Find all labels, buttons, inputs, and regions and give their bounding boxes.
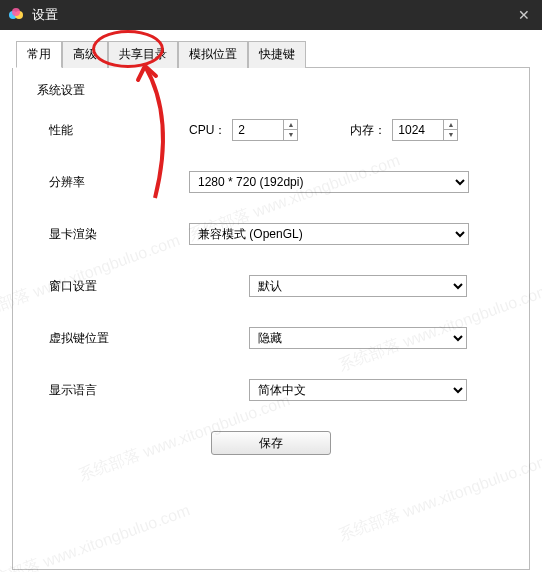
cpu-up-icon[interactable]: ▲	[284, 120, 297, 130]
cpu-stepper[interactable]: ▲▼	[232, 119, 298, 141]
window-select[interactable]: 默认	[249, 275, 467, 297]
label-gpu: 显卡渲染	[49, 226, 189, 243]
cpu-down-icon[interactable]: ▼	[284, 130, 297, 140]
cpu-input[interactable]	[233, 120, 283, 140]
mem-label: 内存：	[350, 122, 386, 139]
svg-point-2	[12, 8, 20, 16]
label-performance: 性能	[49, 122, 189, 139]
resolution-select[interactable]: 1280 * 720 (192dpi)	[189, 171, 469, 193]
row-performance: 性能 CPU： ▲▼ 内存： ▲▼	[31, 119, 511, 141]
tab-location[interactable]: 模拟位置	[178, 41, 248, 68]
label-vkey: 虚拟键位置	[49, 330, 189, 347]
tab-common[interactable]: 常用	[16, 41, 62, 68]
tab-shared[interactable]: 共享目录	[108, 41, 178, 68]
lang-select[interactable]: 简体中文	[249, 379, 467, 401]
watermark: 系统部落 www.xitongbuluo.com	[0, 500, 193, 572]
cpu-label: CPU：	[189, 122, 226, 139]
close-icon[interactable]: ✕	[514, 7, 534, 23]
mem-down-icon[interactable]: ▼	[444, 130, 457, 140]
mem-up-icon[interactable]: ▲	[444, 120, 457, 130]
tab-advanced[interactable]: 高级	[62, 41, 108, 68]
row-gpu: 显卡渲染 兼容模式 (OpenGL)	[31, 223, 511, 245]
app-logo-icon	[8, 7, 24, 23]
label-window: 窗口设置	[49, 278, 189, 295]
titlebar: 设置 ✕	[0, 0, 542, 30]
settings-panel: 系统设置 性能 CPU： ▲▼ 内存： ▲▼ 分辨率 1	[12, 68, 530, 570]
mem-stepper[interactable]: ▲▼	[392, 119, 458, 141]
label-resolution: 分辨率	[49, 174, 189, 191]
vkey-select[interactable]: 隐藏	[249, 327, 467, 349]
row-vkey: 虚拟键位置 隐藏	[31, 327, 511, 349]
label-lang: 显示语言	[49, 382, 189, 399]
gpu-select[interactable]: 兼容模式 (OpenGL)	[189, 223, 469, 245]
window-title: 设置	[32, 6, 58, 24]
watermark: 系统部落 www.xitongbuluo.com	[336, 450, 542, 546]
tab-hotkey[interactable]: 快捷键	[248, 41, 306, 68]
section-title: 系统设置	[37, 82, 511, 99]
save-button[interactable]: 保存	[211, 431, 331, 455]
mem-input[interactable]	[393, 120, 443, 140]
row-resolution: 分辨率 1280 * 720 (192dpi)	[31, 171, 511, 193]
row-lang: 显示语言 简体中文	[31, 379, 511, 401]
row-window: 窗口设置 默认	[31, 275, 511, 297]
tabstrip: 常用 高级 共享目录 模拟位置 快捷键	[16, 40, 530, 68]
